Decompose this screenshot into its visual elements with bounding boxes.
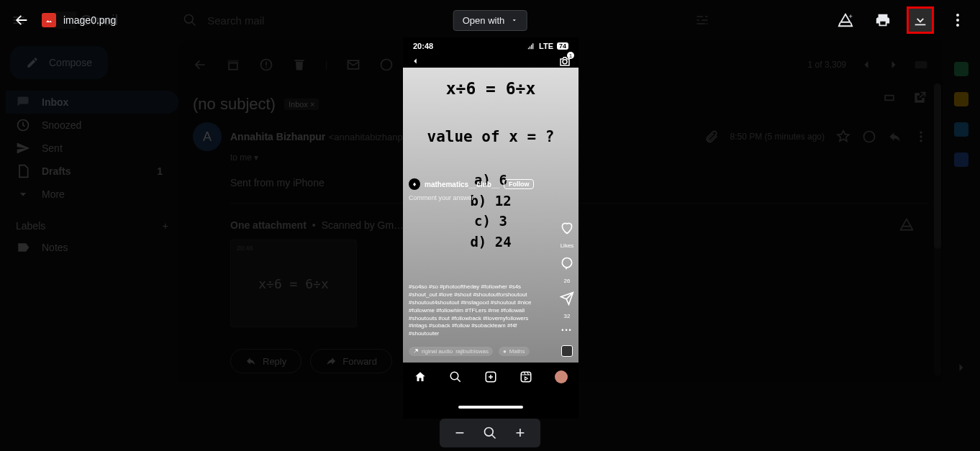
image-file-icon [42,13,56,27]
download-button[interactable] [907,6,934,34]
open-with-label: Open with [463,15,505,26]
equation-text: x÷6 = 6÷x [403,68,579,98]
instagram-footer [403,391,579,413]
preview-actions: + [832,6,971,34]
option-d: d) 24 [403,232,579,252]
likes-label: Likes [561,242,574,249]
profile-avatar-icon [555,370,568,383]
svg-point-17 [563,60,567,64]
zoom-in-button[interactable]: + [512,424,529,442]
printer-icon [875,12,891,28]
reel-author: ♦ mathematics__club__ Follow [409,178,534,190]
audio-original: riginal audio [422,348,453,355]
follow-pill: Follow [504,179,535,189]
question-text: value of x = ? [403,98,579,145]
status-battery: 74 [557,42,568,50]
arrow-up-right-icon [413,348,419,354]
svg-line-24 [492,435,496,439]
zoom-controls: − + [440,419,540,447]
reel-content: x÷6 = 6÷x value of x = ? a) 6 b) 12 c) 3… [403,68,579,363]
drive-icon: + [838,12,853,28]
author-name: mathematics__club__ [425,181,499,188]
audio-chip: riginal audio rajibulbiswas [409,347,493,356]
instagram-nav [403,363,579,391]
reel-audio-row: riginal audio rajibulbiswas ● Maths [409,345,573,357]
shares-count: 32 [564,313,571,319]
option-c: c) 3 [403,211,579,232]
author-avatar: ♦ [409,178,420,190]
magnifier-icon [483,426,497,440]
comments-count: 26 [564,278,571,284]
open-with-button[interactable]: Open with [453,10,527,31]
status-time: 20:48 [413,42,433,50]
comment-icon [560,256,574,270]
phone-status-bar: 20:48 LTE 74 [403,37,579,52]
audio-thumb-icon [561,345,573,357]
preview-back-button[interactable] [9,7,35,33]
search-nav-icon [449,370,462,383]
comment-prompt: Comment your answer [409,194,474,201]
topic-text: Maths [509,348,525,355]
share-icon [560,291,574,306]
svg-point-23 [485,428,494,437]
home-icon [414,370,427,383]
camera-icon: 1 [558,55,571,68]
status-network: LTE [539,42,553,50]
preview-filename: image0.png [63,14,116,26]
svg-text:+: + [849,13,853,20]
add-to-drive-button[interactable]: + [832,6,859,34]
svg-point-19 [450,372,458,380]
reels-nav-icon [520,370,532,383]
topic-chip: ● Maths [499,347,530,356]
chevron-left-icon [410,56,420,66]
download-icon [912,12,928,28]
signal-icon [527,42,535,50]
reel-header: 1 [403,52,579,68]
more-horiz-icon: ••• [561,327,572,334]
caret-down-icon [510,17,517,24]
zoom-reset-button[interactable] [481,424,499,442]
svg-rect-22 [521,372,531,382]
more-button[interactable] [944,6,971,34]
preview-topbar: image0.png Open with + [0,0,980,40]
svg-line-20 [457,378,460,382]
reel-actions-rail: Likes 26 32 ••• [560,221,574,334]
preview-image[interactable]: 20:48 LTE 74 1 x÷6 = 6÷x value of x = ? … [403,37,579,419]
heart-icon [560,221,574,235]
arrow-back-icon [14,12,30,28]
print-button[interactable] [869,6,897,34]
svg-point-18 [562,258,571,268]
add-post-icon [484,370,497,383]
audio-user: rajibulbiswas [455,348,489,355]
zoom-out-button[interactable]: − [451,424,468,442]
hashtags-text: #so4so #so #photooftheday #followher #s4… [409,283,543,338]
dot-icon [956,14,959,17]
